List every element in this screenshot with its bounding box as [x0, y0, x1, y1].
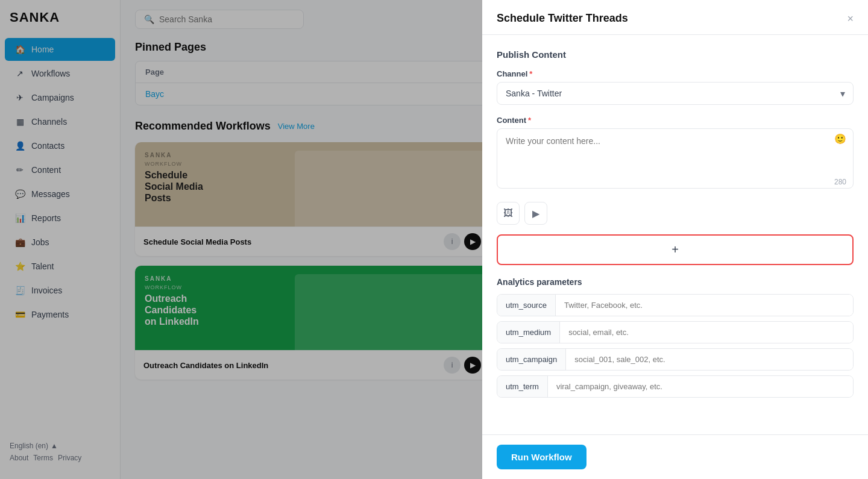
- run-workflow-button[interactable]: Run Workflow: [497, 445, 587, 469]
- emoji-button[interactable]: 🙂: [834, 133, 846, 145]
- close-button[interactable]: ×: [847, 13, 854, 24]
- channel-select[interactable]: Sanka - Twitter: [497, 82, 854, 105]
- utm-term-label: utm_term: [497, 376, 548, 397]
- utm-campaign-row: utm_campaign: [497, 348, 854, 371]
- required-indicator: *: [528, 116, 531, 125]
- plus-icon: +: [671, 243, 679, 257]
- publish-section-title: Publish Content: [497, 49, 854, 60]
- modal-footer: Run Workflow: [482, 434, 868, 479]
- utm-source-row: utm_source: [497, 294, 854, 316]
- channel-select-wrapper: Sanka - Twitter: [497, 82, 854, 105]
- char-count: 280: [834, 178, 846, 186]
- add-thread-button[interactable]: +: [497, 234, 854, 265]
- content-label: Content *: [497, 116, 854, 125]
- utm-medium-input[interactable]: [560, 322, 853, 343]
- media-actions: 🖼 ▶: [497, 202, 854, 225]
- content-form-group: Content * 🙂 280: [497, 116, 854, 191]
- utm-term-row: utm_term: [497, 375, 854, 398]
- utm-medium-row: utm_medium: [497, 321, 854, 343]
- utm-campaign-input[interactable]: [566, 349, 853, 370]
- textarea-wrapper: 🙂 280: [497, 128, 854, 191]
- modal-body: Publish Content Channel * Sanka - Twitte…: [482, 35, 868, 434]
- channel-form-group: Channel * Sanka - Twitter: [497, 69, 854, 105]
- modal-title: Schedule Twitter Threads: [497, 12, 628, 25]
- analytics-title: Analytics parameters: [497, 277, 854, 287]
- utm-term-input[interactable]: [548, 376, 853, 397]
- utm-source-input[interactable]: [556, 295, 853, 316]
- modal-header: Schedule Twitter Threads ×: [482, 0, 868, 35]
- video-upload-button[interactable]: ▶: [524, 202, 547, 225]
- modal-overlay: Schedule Twitter Threads × Publish Conte…: [0, 0, 868, 479]
- utm-source-label: utm_source: [497, 295, 556, 316]
- utm-campaign-label: utm_campaign: [497, 349, 566, 370]
- required-indicator: *: [529, 69, 532, 78]
- channel-label: Channel *: [497, 69, 854, 78]
- modal-panel: Schedule Twitter Threads × Publish Conte…: [482, 0, 868, 479]
- content-textarea[interactable]: [497, 128, 854, 189]
- utm-medium-label: utm_medium: [497, 322, 560, 343]
- image-upload-button[interactable]: 🖼: [497, 202, 520, 225]
